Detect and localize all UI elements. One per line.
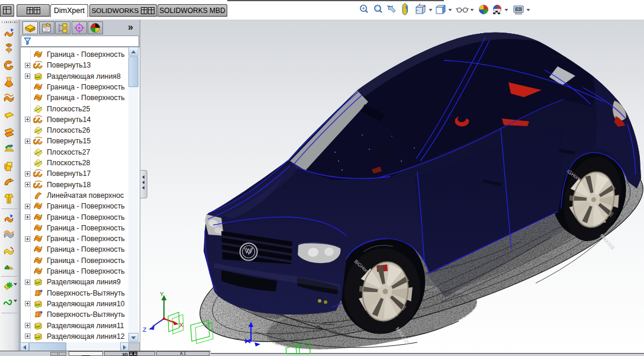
svg-text:Y: Y [160,291,164,298]
svg-text:Z: Z [143,326,147,333]
